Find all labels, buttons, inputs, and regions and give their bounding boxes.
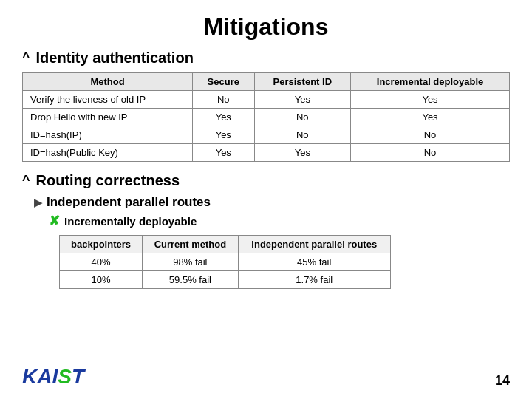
col-secure: Secure (192, 73, 254, 91)
row3-incremental: No (351, 126, 510, 144)
row1-method: Verify the liveness of old IP (23, 91, 193, 109)
bullet2: ✘ Incrementally deployable (49, 213, 510, 229)
bullet1-text: Independent parallel routes (47, 195, 211, 210)
caret-icon: ^ (22, 50, 30, 66)
table-row: ID=hash(Public Key) Yes Yes No (23, 144, 510, 162)
slide-page: Mitigations ^ Identity authentication Me… (0, 0, 532, 399)
col-incremental: Incremental deployable (351, 73, 510, 91)
row2-method: Drop Hello with new IP (23, 109, 193, 126)
row4-persistent: Yes (254, 144, 350, 162)
bullet1: ▶ Independent parallel routes (34, 195, 510, 210)
col-persistent: Persistent ID (254, 73, 350, 91)
row4-incremental: No (351, 144, 510, 162)
stats-row2-independent: 1.7% fail (238, 271, 390, 289)
row3-persistent: No (254, 126, 350, 144)
section2-label: Routing correctness (36, 172, 180, 189)
kaist-logo: KAIST (22, 365, 84, 389)
triangle-icon: ▶ (34, 197, 42, 208)
row2-secure: Yes (192, 109, 254, 126)
row1-incremental: Yes (351, 91, 510, 109)
stats-row2-current: 59.5% fail (143, 271, 239, 289)
green-x-icon: ✘ (49, 213, 60, 229)
stats-row1-current: 98% fail (143, 253, 239, 271)
kaist-s: S (58, 365, 72, 388)
row1-persistent: Yes (254, 91, 350, 109)
section1-header: ^ Identity authentication (22, 50, 510, 66)
bullet2-text: Incrementally deployable (64, 215, 197, 228)
row1-secure: No (192, 91, 254, 109)
kaist-a: A (37, 365, 52, 388)
stats-col-backpointers: backpointers (60, 236, 143, 253)
table-row: ID=hash(IP) Yes No No (23, 126, 510, 144)
stats-table: backpointers Current method Independent … (59, 235, 391, 289)
identity-table: Method Secure Persistent ID Incremental … (22, 72, 510, 162)
row4-method: ID=hash(Public Key) (23, 144, 193, 162)
table-row: Verify the liveness of old IP No Yes Yes (23, 91, 510, 109)
section2: ^ Routing correctness ▶ Independent para… (22, 172, 510, 289)
stats-row: 40% 98% fail 45% fail (60, 253, 391, 271)
section1-label: Identity authentication (36, 50, 194, 66)
slide-title: Mitigations (22, 13, 510, 41)
page-number: 14 (495, 373, 510, 389)
row4-secure: Yes (192, 144, 254, 162)
row3-method: ID=hash(IP) (23, 126, 193, 144)
kaist-t: T (72, 365, 84, 388)
caret2-icon: ^ (22, 173, 30, 188)
row2-persistent: No (254, 109, 350, 126)
table-row: Drop Hello with new IP Yes No Yes (23, 109, 510, 126)
stats-col-current: Current method (143, 236, 239, 253)
row3-secure: Yes (192, 126, 254, 144)
stats-col-independent: Independent parallel routes (238, 236, 390, 253)
stats-row1-independent: 45% fail (238, 253, 390, 271)
stats-row: 10% 59.5% fail 1.7% fail (60, 271, 391, 289)
stats-row1-bp: 40% (60, 253, 143, 271)
row2-incremental: Yes (351, 109, 510, 126)
section2-header: ^ Routing correctness (22, 172, 510, 189)
col-method: Method (23, 73, 193, 91)
kaist-k: K (22, 365, 37, 388)
stats-row2-bp: 10% (60, 271, 143, 289)
